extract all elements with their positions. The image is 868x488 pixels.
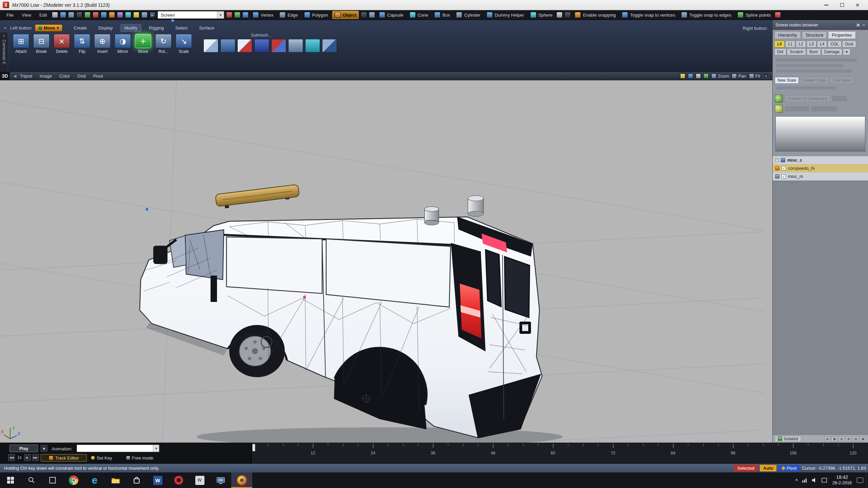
taskbar-app-gtaiv[interactable]: IV [189,472,210,488]
texture-icon[interactable] [125,12,131,18]
primitive-dummy-helper-button[interactable]: Dummy Helper [485,11,526,19]
tool-rotate-button[interactable]: ↻Rot... [154,34,173,54]
lod-dust-button[interactable]: Dust [842,41,856,47]
tray-expand-icon[interactable]: ^ [795,478,798,483]
taskbar-app-word[interactable]: W [147,472,168,488]
material-blue-icon[interactable] [101,12,107,18]
lod-l2-button[interactable]: L2 [796,41,806,47]
taskbar-clock[interactable]: 18:42 26-2-2016 [831,474,853,486]
viewport-options-dropdown[interactable]: ▾ [763,73,769,79]
step-forward-button[interactable]: ▶ [24,454,31,461]
mode-vertex-button[interactable]: Vertex [251,11,275,19]
primitive-capsule-button[interactable]: Capsule [377,11,406,19]
render-icon[interactable] [696,74,701,79]
submesh-flag-red-icon[interactable] [237,39,252,53]
settings-icon[interactable] [141,12,147,18]
zoom-button[interactable]: Zoom [711,74,729,79]
refresh-icon[interactable]: ▨ [853,436,859,442]
node-row-corspeedo-hi[interactable]: ✓ corspeedo_hi [773,164,868,172]
mode-polygon-button[interactable]: Polygon [302,11,330,19]
tool-delete-button[interactable]: ×Delete [52,34,71,54]
panel-close-icon[interactable]: × [862,23,865,27]
sort-icon[interactable]: ▥ [839,436,845,442]
convert-to-compound-button[interactable]: Convert to Compound [785,95,830,102]
primitive-sphere-button[interactable]: Sphere [528,11,555,19]
visibility-icon[interactable] [704,74,709,79]
collapse-left-icon[interactable]: ◀ [14,74,16,78]
node-checkbox[interactable]: ✓ [782,166,786,170]
menu-file[interactable]: File [3,12,17,19]
taskbar-app-firefox[interactable] [231,472,252,488]
isolated-button[interactable]: Isolated [775,436,801,442]
fit-button[interactable]: Fit [749,74,760,79]
lod-l0-button[interactable]: L0 [774,41,785,47]
shading-icon[interactable] [680,74,685,79]
menu-edit[interactable]: Edit [36,12,50,19]
record-icon[interactable] [775,12,781,18]
panel-header[interactable]: Scene nodes browser ▣ × [773,20,868,30]
lod-col-button[interactable]: COL [828,41,842,47]
pivot-badge[interactable]: Pivot [778,465,800,471]
import-icon[interactable] [76,12,82,18]
taskbar-app-explorer[interactable] [105,472,126,488]
open-file-icon[interactable] [60,12,66,18]
state-dirt-button[interactable]: Dirt [774,48,786,55]
tool-pointer-icon[interactable]: ▶ [150,12,156,18]
pencil-icon[interactable] [242,12,249,18]
primitive-box-button[interactable]: Box [432,11,452,19]
language-icon[interactable] [821,477,827,483]
tab-hierarchy[interactable]: Hierarchy [774,31,801,39]
track-editor-button[interactable]: Track Editor [41,454,87,462]
node-checkbox[interactable]: ✓ [782,174,786,179]
material-red-icon[interactable] [93,12,99,18]
state-damage-button[interactable]: Damage [822,48,842,55]
axis-y-icon[interactable] [234,12,240,18]
timeline-cursor[interactable] [252,444,255,451]
submesh-select-icon[interactable] [220,39,235,53]
new-file-icon[interactable] [52,12,58,18]
state-dropdown-icon[interactable]: ▾ [843,48,850,55]
node-lock-icon[interactable] [775,166,780,170]
tab-properties[interactable]: Properties [828,31,855,39]
camera-button[interactable]: ▣ [41,445,47,452]
wireframe-icon[interactable] [688,74,693,79]
spline-points-button[interactable]: Spline points [735,11,773,19]
minimize-button[interactable] [818,0,834,10]
submesh-detach-icon[interactable] [203,39,218,53]
show-desktop-button[interactable] [866,472,868,488]
viewport-menu-tripod[interactable]: Tripod [20,74,32,79]
lod-l4-button[interactable]: L4 [817,41,827,47]
light-icon[interactable] [133,12,139,18]
node-row-misc-m[interactable]: ✓ misc_m [773,172,868,181]
selected-badge[interactable]: Selected [734,465,758,471]
viewport-canvas[interactable]: Y X z [0,80,772,443]
lod-l3-button[interactable]: L3 [807,41,816,47]
viewport-3d[interactable]: Y X z [0,80,772,443]
filter-icon[interactable]: ▧ [846,436,852,442]
go-end-button[interactable]: ▶▶ [32,454,39,461]
snap-edges-button[interactable]: Toggle snap to edges [679,11,733,19]
commands-close-icon[interactable]: × [2,34,5,38]
save-file-icon[interactable] [68,12,74,18]
mode-edge-button[interactable]: Edge [277,11,300,19]
tool-insert-button[interactable]: ⊕Insert [93,34,112,54]
taskbar-app-store[interactable] [126,472,147,488]
taskbar-app-edge[interactable]: e [84,472,105,488]
mode-object-button[interactable]: Object [332,11,359,19]
tool-move-button[interactable]: +Move [134,34,153,54]
primitive-cylinder-button[interactable]: Cylinder [454,11,482,19]
edit-state-button[interactable]: Edit State [830,77,853,84]
export-icon[interactable] [84,12,91,18]
screen-mode-select[interactable]: Screen ▾ [158,11,224,19]
submesh-uv-icon[interactable] [305,39,320,53]
commands-panel-strip[interactable]: × Commands E [0,33,8,72]
primitive-extra2-icon[interactable] [565,12,571,18]
action-center-icon[interactable] [857,477,863,483]
viewport-menu-color[interactable]: Color [59,74,70,79]
tool-break-button[interactable]: ⊟Break [32,34,51,54]
tab-rigging[interactable]: Rigging [145,24,168,32]
grid-view-icon[interactable]: ▦ [831,436,837,442]
tab-surface[interactable]: Surface [195,24,218,32]
taskbar-app-opera[interactable] [168,472,189,488]
menu-view[interactable]: View [19,12,34,19]
